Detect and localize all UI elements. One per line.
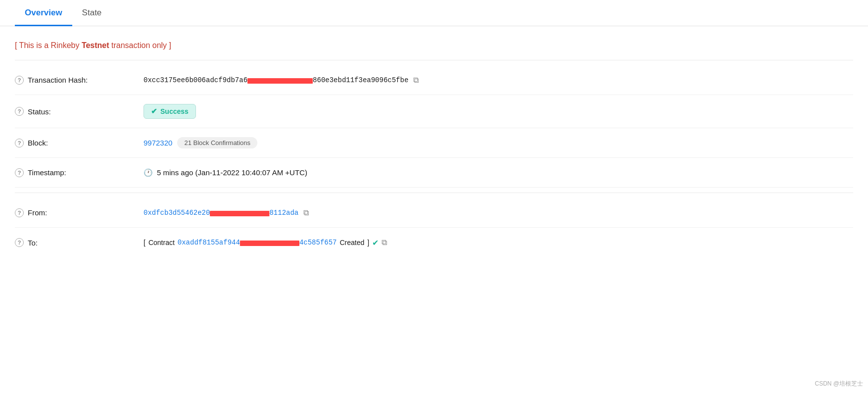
tab-state[interactable]: State xyxy=(72,0,112,26)
clock-icon: 🕐 xyxy=(144,168,153,177)
row-from: ? From: 0xdfcb3d55462e20▓▓▓▓▓▓▓▓▓▓▓▓▓▓▓▓… xyxy=(15,198,853,228)
label-to: ? To: xyxy=(15,238,144,247)
watermark: CSDN @培根芝士 xyxy=(815,380,863,388)
to-address-link[interactable]: 0xaddf8155af944▓▓▓▓▓▓▓▓▓▓▓▓▓▓▓▓▓▓▓▓4c585… xyxy=(178,239,337,246)
checkmark-icon: ✔ xyxy=(151,107,157,116)
to-check-icon: ✔ xyxy=(372,238,379,247)
help-icon-to[interactable]: ? xyxy=(15,238,24,247)
value-status: ✔ Success xyxy=(144,104,853,119)
divider-top xyxy=(15,60,853,60)
help-icon-status[interactable]: ? xyxy=(15,107,24,116)
from-address-link[interactable]: 0xdfcb3d55462e20▓▓▓▓▓▓▓▓▓▓▓▓▓▓▓▓▓▓▓▓8112… xyxy=(144,209,298,217)
value-timestamp: 🕐 5 mins ago (Jan-11-2022 10:40:07 AM +U… xyxy=(144,168,853,177)
row-to: ? To: [ Contract 0xaddf8155af944▓▓▓▓▓▓▓▓… xyxy=(15,228,853,257)
help-icon-block[interactable]: ? xyxy=(15,139,24,147)
help-icon-timestamp[interactable]: ? xyxy=(15,168,24,177)
block-number-link[interactable]: 9972320 xyxy=(144,139,172,147)
label-block: ? Block: xyxy=(15,139,144,147)
value-to: [ Contract 0xaddf8155af944▓▓▓▓▓▓▓▓▓▓▓▓▓▓… xyxy=(144,238,853,247)
help-icon-transaction-hash[interactable]: ? xyxy=(15,76,24,85)
copy-icon-to[interactable]: ⧉ xyxy=(382,238,387,247)
value-transaction-hash: 0xcc3175ee6b006adcf9db7a6▓▓▓▓▓▓▓▓▓▓▓▓▓▓▓… xyxy=(144,76,853,85)
label-status: ? Status: xyxy=(15,107,144,116)
label-transaction-hash: ? Transaction Hash: xyxy=(15,76,144,85)
testnet-banner: [ This is a Rinkeby Testnet transaction … xyxy=(15,41,853,50)
label-from: ? From: xyxy=(15,208,144,217)
confirmations-badge: 21 Block Confirmations xyxy=(177,137,257,148)
tab-overview[interactable]: Overview xyxy=(15,0,72,26)
main-content: [ This is a Rinkeby Testnet transaction … xyxy=(0,26,868,267)
tab-bar: Overview State xyxy=(0,0,868,26)
value-block: 9972320 21 Block Confirmations xyxy=(144,137,853,148)
divider-mid xyxy=(15,193,853,193)
copy-icon-from[interactable]: ⧉ xyxy=(303,208,309,217)
row-timestamp: ? Timestamp: 🕐 5 mins ago (Jan-11-2022 1… xyxy=(15,158,853,188)
help-icon-from[interactable]: ? xyxy=(15,208,24,217)
row-block: ? Block: 9972320 21 Block Confirmations xyxy=(15,128,853,158)
status-badge: ✔ Success xyxy=(144,104,196,119)
row-transaction-hash: ? Transaction Hash: 0xcc3175ee6b006adcf9… xyxy=(15,65,853,95)
hash-text: 0xcc3175ee6b006adcf9db7a6▓▓▓▓▓▓▓▓▓▓▓▓▓▓▓… xyxy=(144,76,408,84)
value-from: 0xdfcb3d55462e20▓▓▓▓▓▓▓▓▓▓▓▓▓▓▓▓▓▓▓▓8112… xyxy=(144,208,853,217)
row-status: ? Status: ✔ Success xyxy=(15,95,853,128)
copy-icon-hash[interactable]: ⧉ xyxy=(413,76,419,85)
label-timestamp: ? Timestamp: xyxy=(15,168,144,177)
